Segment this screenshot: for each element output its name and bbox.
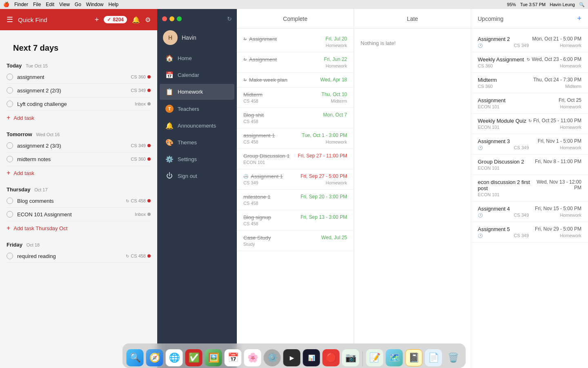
sidebar-item-homework[interactable]: 📋 Homework — [160, 84, 234, 100]
teachers-icon: T — [165, 105, 174, 113]
dock-separator — [363, 352, 363, 366]
task-entry-date: Fri, Sep 20 - 3:00 PM — [301, 194, 347, 200]
dock-iphoto[interactable]: 📷 — [342, 349, 359, 366]
sidebar-item-label: Sign out — [178, 173, 197, 179]
dock-maps[interactable]: 🗺️ — [386, 349, 403, 366]
task-entry-date: Fri, Sep 27 - 11:00 PM — [298, 153, 347, 159]
add-task-today[interactable]: + Add task — [7, 111, 151, 125]
sidebar-item-themes[interactable]: 🎨 Themes — [160, 135, 234, 150]
task-entry-date: Fri, Nov 8 - 11:00 PM — [535, 159, 581, 164]
task-checkbox[interactable] — [7, 253, 13, 259]
task-item: midterm notes CS 360 — [7, 153, 151, 166]
dock-wunderlist[interactable]: 🔴 — [323, 349, 340, 366]
add-task-tomorrow[interactable]: + Add task — [7, 166, 151, 180]
task-entry-meta: 🕐 CS 349 Homework — [478, 43, 581, 48]
task-checkbox[interactable] — [7, 142, 13, 149]
home-icon: 🏠 — [165, 54, 174, 62]
task-type: Homework — [560, 43, 581, 48]
dock-preview[interactable]: 🖼️ — [205, 349, 222, 366]
task-course: CS 360 — [478, 63, 493, 68]
sidebar-item-teachers[interactable]: T Teachers — [160, 101, 234, 117]
task-entry-name: Midterm — [478, 77, 497, 83]
dock-todoist[interactable]: ✅ — [185, 349, 203, 366]
task-course: CS 458 — [243, 119, 258, 124]
dock-safari[interactable]: 🧭 — [146, 349, 163, 366]
settings-gear-icon[interactable]: ⚙ — [145, 16, 151, 24]
add-task-header-button[interactable]: + — [95, 16, 99, 24]
sidebar-item-signout[interactable]: ⏻ Sign out — [160, 168, 234, 184]
apple-menu[interactable]: 🍎 — [3, 2, 9, 7]
task-entry-name: Group Discussion 1 — [243, 153, 290, 159]
task-checkbox[interactable] — [7, 74, 13, 80]
dock-calendar[interactable]: 📅 — [225, 349, 242, 366]
task-name: required reading — [17, 253, 122, 259]
task-course: ECON 101 — [478, 125, 499, 130]
sidebar-item-label: Settings — [178, 156, 197, 162]
dock-notes[interactable]: 📓 — [405, 349, 423, 366]
minimize-window-button[interactable] — [169, 16, 174, 21]
dock-terminal[interactable]: ▶ — [283, 349, 301, 366]
task-course: ECON 101 — [478, 192, 499, 197]
task-entry-name: ↻ Assignment — [243, 56, 277, 63]
task-meta: ↻ CS 458 — [126, 198, 151, 203]
dock-photos[interactable]: 🌸 — [244, 349, 261, 366]
econ101-assignment-inbox: 🕐 Assignment 1 Fri, Sep 27 - 5:00 PM CS … — [237, 169, 354, 190]
task-entry-date: Fri, Sep 27 - 5:00 PM — [301, 173, 347, 179]
settings-icon: ⚙️ — [165, 155, 174, 163]
task-entry-name: Assignment 4 — [478, 206, 510, 212]
dock-files[interactable]: 📄 — [425, 349, 442, 366]
dock-system-prefs[interactable]: ⚙️ — [264, 349, 281, 366]
refresh-icon[interactable]: ↻ — [227, 16, 232, 22]
task-item: Lyft coding challenge Inbox — [7, 97, 151, 111]
dock-chrome[interactable]: 🌐 — [166, 349, 183, 366]
task-entry-date: Fri, Nov 1 - 5:00 PM — [538, 138, 581, 144]
task-checkbox[interactable] — [7, 156, 13, 162]
add-task-thursday[interactable]: + Add task Thursday Oct — [7, 221, 151, 235]
task-checkbox[interactable] — [7, 101, 13, 107]
econ101-assignment-task: ECON 101 Assignment Inbox — [7, 208, 151, 221]
task-type: Homework — [560, 125, 581, 130]
dock-latex[interactable]: 📝 — [366, 349, 383, 366]
sidebar-item-announcements[interactable]: 🔔 Announcements — [160, 118, 234, 134]
maximize-window-button[interactable] — [177, 16, 182, 21]
upcoming-column-header: Upcoming + — [471, 9, 588, 29]
window-menu[interactable]: Window — [86, 2, 104, 7]
sidebar-item-label: Teachers — [178, 106, 199, 112]
finder-menu[interactable]: Finder — [14, 2, 28, 7]
sidebar-item-calendar[interactable]: 📅 Calendar — [160, 67, 234, 83]
task-panel: ☰ Quick Find + ✓ 8204 🔔 ⚙ Next 7 days To… — [0, 9, 157, 368]
late-column: Late Nothing is late! — [354, 9, 471, 368]
dock-trash[interactable]: 🗑️ — [445, 349, 462, 366]
task-checkbox[interactable] — [7, 197, 13, 204]
add-upcoming-button[interactable]: + — [577, 14, 581, 23]
go-menu[interactable]: Go — [75, 2, 81, 7]
file-menu[interactable]: File — [33, 2, 41, 7]
task-type: Homework — [560, 213, 581, 218]
dock-finder[interactable]: 🔍 — [127, 349, 144, 366]
close-window-button[interactable] — [162, 16, 167, 21]
task-course: CS 458 — [243, 221, 258, 226]
notification-icon[interactable]: 🔔 — [132, 16, 140, 24]
sidebar-item-home[interactable]: 🏠 Home — [160, 50, 234, 66]
task-entry-name: Assignment 3 — [478, 138, 510, 144]
thursday-date: Oct 17 — [34, 187, 47, 192]
task-entry-meta: 🕐 CS 349 Homework — [478, 213, 581, 218]
quick-find-label[interactable]: Quick Find — [18, 16, 90, 23]
task-entry-meta: ECON 101 Homework — [478, 125, 581, 130]
dock-activity-monitor[interactable]: 📊 — [303, 349, 320, 366]
task-checkbox[interactable] — [7, 87, 13, 94]
search-icon[interactable]: 🔍 — [579, 2, 585, 7]
task-course: CS 360 — [478, 84, 493, 89]
help-menu[interactable]: Help — [109, 2, 119, 7]
task-course: CS 349 — [514, 43, 529, 48]
task-entry-name: Blog signup — [243, 214, 271, 220]
hamburger-icon[interactable]: ☰ — [7, 15, 13, 24]
view-menu[interactable]: View — [59, 2, 70, 7]
task-type: Homework — [560, 145, 581, 150]
task-item: assignment 2 (3/3) CS 349 — [7, 139, 151, 153]
edit-menu[interactable]: Edit — [46, 2, 54, 7]
repeat-icon: ↻ — [243, 78, 247, 82]
task-checkbox[interactable] — [7, 211, 13, 218]
user-name-menu[interactable]: Havin Leung — [550, 2, 575, 7]
sidebar-item-settings[interactable]: ⚙️ Settings — [160, 151, 234, 167]
